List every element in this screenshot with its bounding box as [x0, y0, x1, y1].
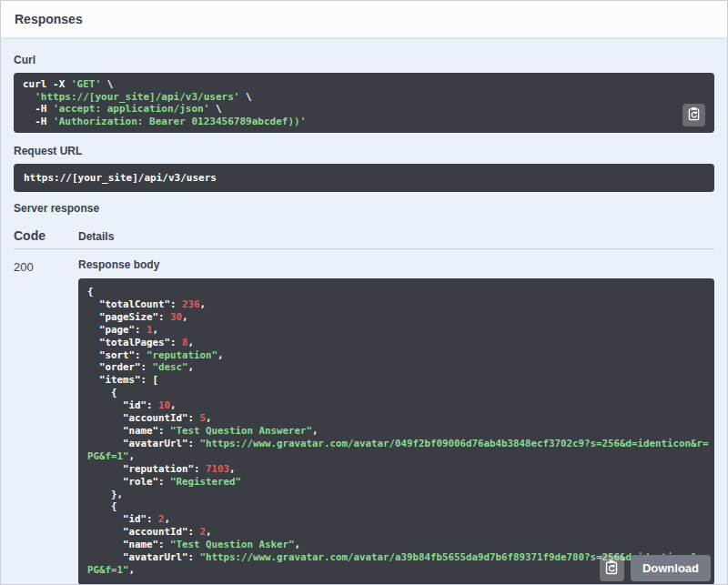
- copy-response-button[interactable]: [600, 555, 624, 581]
- request-url-value: https://[your_site]/api/v3/users: [14, 164, 714, 192]
- response-body-label: Response body: [78, 258, 714, 271]
- request-url-label: Request URL: [14, 145, 714, 157]
- curl-command: curl -X 'GET' \ 'https://[your_site]/api…: [14, 73, 714, 133]
- response-body-actions: Download: [600, 555, 711, 581]
- download-button[interactable]: Download: [631, 555, 711, 581]
- code-column-header: Code: [14, 228, 78, 243]
- details-column-header: Details: [78, 228, 714, 243]
- responses-header: Responses: [1, 1, 727, 38]
- response-body: { "totalCount": 236, "pageSize": 30, "pa…: [78, 278, 714, 585]
- curl-block: curl -X 'GET' \ 'https://[your_site]/api…: [14, 73, 714, 133]
- server-response-label: Server response: [14, 202, 714, 215]
- curl-label: Curl: [14, 54, 714, 66]
- responses-panel: Responses Curl curl -X 'GET' \ 'https://…: [0, 0, 728, 585]
- response-body-block: { "totalCount": 236, "pageSize": 30, "pa…: [78, 278, 714, 585]
- status-code: 200: [14, 258, 78, 585]
- clipboard-copy-icon: [687, 106, 701, 124]
- response-row-200: 200 Response body { "totalCount": 236, "…: [14, 249, 714, 585]
- response-table-header: Code Details: [14, 228, 714, 249]
- clipboard-copy-icon: [604, 560, 619, 578]
- copy-curl-button[interactable]: [682, 104, 705, 126]
- response-details: Response body { "totalCount": 236, "page…: [78, 258, 714, 585]
- responses-title: Responses: [15, 12, 83, 26]
- responses-body: Curl curl -X 'GET' \ 'https://[your_site…: [1, 38, 727, 585]
